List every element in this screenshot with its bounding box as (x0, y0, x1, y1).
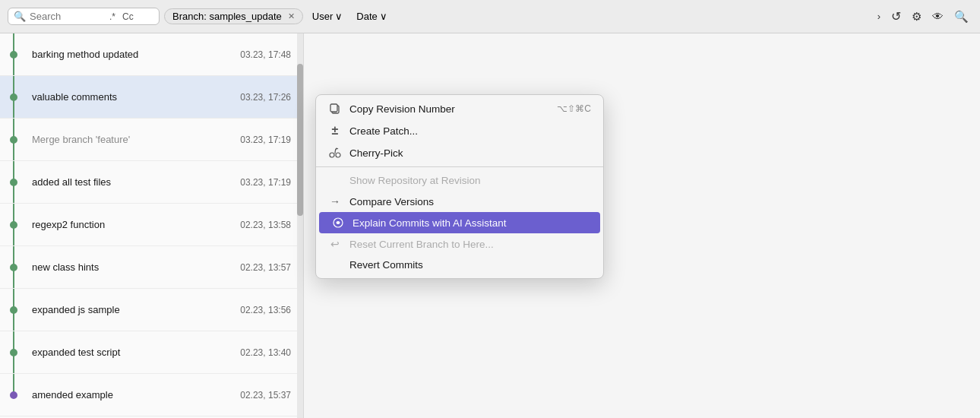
date-filter-button[interactable]: Date ∨ (352, 8, 391, 24)
commit-date: 02.23, 13:56 (240, 305, 291, 315)
commit-row[interactable]: new class hints 02.23, 13:57 (0, 246, 303, 289)
menu-item-show-repo: Show Repository at Revision (316, 170, 603, 191)
graph-dot (10, 349, 17, 356)
commit-row[interactable]: barking method updated 03.23, 17:48 (0, 33, 303, 76)
commit-date: 03.23, 17:19 (240, 177, 291, 188)
commit-date: 02.23, 13:58 (240, 220, 291, 230)
copy-icon (328, 103, 342, 115)
menu-item-revert-commits[interactable]: Revert Commits (316, 255, 603, 275)
commit-row[interactable]: valuable comments 03.23, 17:26 (0, 76, 303, 119)
toolbar: 🔍 .* Cc Branch: samples_update ✕ User ∨ … (0, 0, 980, 33)
search-toolbar-button[interactable]: 🔍 (950, 8, 972, 26)
menu-item-reset-branch: ↩ Reset Current Branch to Here... (316, 233, 603, 255)
menu-item-explain-commits[interactable]: Explain Commits with AI Assistant (319, 212, 600, 233)
menu-item-label: Explain Commits with AI Assistant (352, 217, 507, 229)
menu-shortcut: ⌥⇧⌘C (557, 103, 591, 114)
commit-row[interactable]: expanded js sample 02.23, 13:56 (0, 289, 303, 331)
cherrypick-icon (328, 147, 342, 159)
menu-item-label: Copy Revision Number (349, 103, 455, 115)
chevron-right-button[interactable]: › (874, 8, 884, 24)
graph-col (0, 331, 27, 373)
graph-dot-merge (10, 136, 17, 144)
branch-filter-close[interactable]: ✕ (288, 11, 295, 21)
case-button[interactable]: Cc (122, 11, 134, 22)
menu-item-label: Reset Current Branch to Here... (349, 239, 494, 250)
date-filter-label: Date (356, 11, 377, 22)
graph-dot (10, 93, 17, 101)
reset-icon: ↩ (328, 238, 342, 250)
svg-rect-1 (330, 104, 337, 112)
user-filter-button[interactable]: User ∨ (308, 8, 347, 24)
user-filter-chevron: ∨ (335, 11, 343, 22)
menu-item-compare-versions[interactable]: → Compare Versions (316, 191, 603, 212)
branch-filter[interactable]: Branch: samples_update ✕ (164, 8, 303, 24)
graph-col (0, 161, 27, 203)
svg-point-5 (337, 221, 340, 224)
commit-row[interactable]: Merge branch 'feature' 03.23, 17:19 (0, 119, 303, 161)
scrollbar-track[interactable] (297, 33, 303, 418)
graph-dot (10, 51, 17, 59)
graph-col (0, 246, 27, 288)
graph-col (0, 289, 27, 331)
toolbar-right-actions: › ↺ ⚙ 👁 🔍 (874, 7, 972, 26)
user-filter-label: User (312, 11, 333, 22)
graph-dot (10, 221, 17, 229)
graph-dot-purple (10, 391, 17, 399)
svg-point-2 (330, 153, 334, 157)
commits-list: barking method updated 03.23, 17:48 valu… (0, 33, 304, 418)
search-input[interactable] (30, 11, 106, 22)
main-area: barking method updated 03.23, 17:48 valu… (0, 33, 980, 418)
menu-item-label: Revert Commits (349, 259, 423, 271)
regex-button[interactable]: .* (109, 11, 115, 22)
menu-item-label: Create Patch... (349, 125, 418, 137)
graph-dot (10, 264, 17, 271)
menu-item-copy-revision[interactable]: Copy Revision Number ⌥⇧⌘C (316, 98, 603, 119)
commit-date: 03.23, 17:48 (240, 49, 291, 60)
graph-col (0, 33, 27, 75)
context-menu: Copy Revision Number ⌥⇧⌘C ± Create Patch… (315, 94, 604, 279)
scrollbar-thumb[interactable] (297, 64, 303, 216)
graph-dot (10, 179, 17, 186)
search-icon: 🔍 (14, 11, 26, 22)
commit-row[interactable]: added all test files 03.23, 17:19 (0, 161, 303, 204)
commit-row[interactable]: amended example 02.23, 15:37 (0, 374, 303, 416)
date-filter-chevron: ∨ (380, 11, 387, 22)
graph-dot (10, 306, 17, 314)
commit-row[interactable]: regexp2 function 02.23, 13:58 (0, 204, 303, 246)
ai-icon (331, 217, 345, 229)
graph-col (0, 374, 27, 416)
menu-item-create-patch[interactable]: ± Create Patch... (316, 119, 603, 142)
patch-icon: ± (328, 124, 342, 138)
menu-separator (316, 166, 603, 167)
eye-button[interactable]: 👁 (928, 8, 947, 25)
commit-row[interactable]: expanded test script 02.23, 13:40 (0, 331, 303, 374)
compare-icon: → (328, 195, 342, 207)
graph-col (0, 204, 27, 245)
menu-item-label: Compare Versions (349, 196, 434, 207)
commit-date: 03.23, 17:19 (240, 135, 291, 145)
commit-date: 02.23, 13:57 (240, 262, 291, 273)
svg-point-3 (336, 153, 340, 157)
menu-item-label: Cherry-Pick (349, 147, 403, 159)
menu-item-label: Show Repository at Revision (349, 175, 481, 186)
branch-filter-label: Branch: samples_update (172, 11, 282, 22)
cherrypick-toolbar-button[interactable]: ⚙ (908, 8, 925, 26)
search-box[interactable]: 🔍 .* Cc (8, 8, 160, 25)
refresh-button[interactable]: ↺ (887, 7, 905, 26)
menu-item-cherry-pick[interactable]: Cherry-Pick (316, 142, 603, 163)
graph-col (0, 119, 27, 160)
commit-date: 03.23, 17:26 (240, 92, 291, 103)
commit-date: 02.23, 15:37 (240, 390, 291, 401)
commit-date: 02.23, 13:40 (240, 347, 291, 358)
graph-col (0, 76, 27, 118)
